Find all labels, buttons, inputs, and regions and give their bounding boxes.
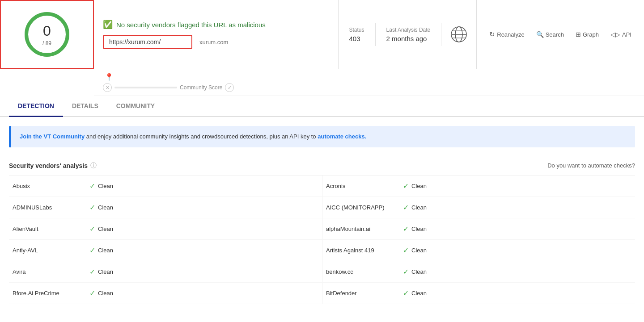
score-box: 0 / 89 xyxy=(0,0,94,69)
search-label: Search xyxy=(546,31,564,38)
check-icon-left: ✓ xyxy=(89,289,95,297)
check-icon-left: ✓ xyxy=(89,182,95,190)
vendor-cell-right: Artists Against 419 ✓ Clean xyxy=(322,240,635,261)
vendor-status-label-left: Clean xyxy=(98,183,113,189)
check-icon-right: ✓ xyxy=(403,289,409,297)
section-title: Security vendors' analysis xyxy=(9,162,88,169)
vendor-status-right: ✓ Clean xyxy=(403,289,427,297)
api-button[interactable]: ◁▷ API xyxy=(605,27,637,42)
vendor-row: Antiy-AVL ✓ Clean Artists Against 419 ✓ … xyxy=(9,240,635,261)
vendor-cell-right: AICC (MONITORAPP) ✓ Clean xyxy=(322,197,635,218)
vendor-status-left: ✓ Clean xyxy=(89,225,113,233)
header-content: ✅ No security vendors flagged this URL a… xyxy=(94,0,338,69)
vendor-name-left: Abusix xyxy=(13,183,84,189)
check-icon-left: ✓ xyxy=(89,268,95,276)
tab-community[interactable]: COMMUNITY xyxy=(107,96,164,117)
section-title-row: Security vendors' analysis ⓘ xyxy=(9,162,97,170)
vendor-name-left: Bfore.Ai PreCrime xyxy=(13,290,84,297)
globe-icon-area[interactable] xyxy=(441,22,476,46)
score-circle: 0 / 89 xyxy=(22,10,72,59)
score-number: 0 xyxy=(42,23,51,39)
community-score-row: ✕ Community Score ✓ xyxy=(103,83,234,96)
reanalyze-label: Reanalyze xyxy=(497,31,524,38)
vendor-status-label-right: Clean xyxy=(411,226,427,232)
vendor-status-right: ✓ Clean xyxy=(403,246,427,255)
vendor-cell-left: Abusix ✓ Clean xyxy=(9,176,322,197)
tab-detection[interactable]: DETECTION xyxy=(9,96,63,117)
check-icon-left: ✓ xyxy=(89,203,95,212)
vendor-table: Abusix ✓ Clean Acronis ✓ Clean ADMINUSLa… xyxy=(9,176,635,304)
reanalyze-button[interactable]: ↻ Reanalyze xyxy=(484,27,530,42)
vendor-status-right: ✓ Clean xyxy=(403,225,427,233)
vendor-status-label-right: Clean xyxy=(411,204,427,211)
domain-text: xurum.com xyxy=(199,39,228,46)
graph-label: Graph xyxy=(583,31,599,38)
check-icon-right: ✓ xyxy=(403,182,409,190)
vendor-cell-left: AlienVault ✓ Clean xyxy=(9,218,322,239)
search-icon: 🔍 xyxy=(536,31,544,38)
graph-button[interactable]: ⊞ Graph xyxy=(570,27,604,42)
vendor-name-left: Avira xyxy=(13,268,84,275)
status-item: Status 403 xyxy=(339,23,376,46)
vendor-row: Abusix ✓ Clean Acronis ✓ Clean xyxy=(9,176,635,197)
automate-link[interactable]: automate checks. xyxy=(318,133,366,140)
score-denominator: / 89 xyxy=(42,40,51,46)
join-vt-link[interactable]: Join the VT Community xyxy=(20,133,85,140)
vendor-status-left: ✓ Clean xyxy=(89,246,113,255)
vendor-status-left: ✓ Clean xyxy=(89,203,113,212)
vendor-status-label-left: Clean xyxy=(98,204,113,211)
action-buttons: ↻ Reanalyze 🔍 Search ⊞ Graph ◁▷ API xyxy=(476,0,644,69)
vendor-cell-left: Avira ✓ Clean xyxy=(9,261,322,282)
vendor-status-right: ✓ Clean xyxy=(403,268,427,276)
info-icon[interactable]: ⓘ xyxy=(90,162,97,170)
status-section: Status 403 Last Analysis Date 2 months a… xyxy=(338,0,477,69)
vendor-name-right: BitDefender xyxy=(326,290,398,297)
vendor-status-left: ✓ Clean xyxy=(89,289,113,297)
reanalyze-icon: ↻ xyxy=(489,30,495,38)
vendor-status-label-left: Clean xyxy=(98,290,113,297)
community-row: 📍 ✕ Community Score ✓ xyxy=(94,69,644,96)
vendor-status-label-left: Clean xyxy=(98,226,113,232)
location-marker: 📍 xyxy=(105,73,114,81)
check-circle-icon: ✅ xyxy=(103,20,113,29)
vendor-row: ADMINUSLabs ✓ Clean AICC (MONITORAPP) ✓ … xyxy=(9,197,635,218)
vendor-status-right: ✓ Clean xyxy=(403,182,427,190)
vendor-status-label-left: Clean xyxy=(98,268,113,275)
check-icon-right: ✓ xyxy=(403,225,409,233)
vendor-name-right: Acronis xyxy=(326,183,398,189)
vendor-status-label-right: Clean xyxy=(411,183,427,189)
location-pin-icon: 📍 xyxy=(105,73,114,81)
vendor-row: Bfore.Ai PreCrime ✓ Clean BitDefender ✓ … xyxy=(9,283,635,304)
vendor-row: AlienVault ✓ Clean alphaMountain.ai ✓ Cl… xyxy=(9,218,635,240)
score-text: 0 / 89 xyxy=(42,23,51,46)
vendor-status-left: ✓ Clean xyxy=(89,268,113,276)
community-score-label: Community Score xyxy=(180,84,222,91)
check-icon-right: ✓ xyxy=(403,203,409,212)
vendor-status-label-right: Clean xyxy=(411,247,427,254)
check-icon-right: ✓ xyxy=(403,268,409,276)
vendor-status-label-right: Clean xyxy=(411,268,427,275)
analysis-label: Last Analysis Date xyxy=(386,27,431,33)
analysis-value: 2 months ago xyxy=(386,35,431,42)
globe-icon xyxy=(450,26,467,43)
url-display[interactable]: https://xurum.com/ xyxy=(103,35,192,49)
safe-text: No security vendors flagged this URL as … xyxy=(116,21,266,29)
api-label: API xyxy=(622,31,631,38)
url-row: https://xurum.com/ xurum.com xyxy=(103,35,329,49)
security-vendors-section: Security vendors' analysis ⓘ Do you want… xyxy=(0,156,644,304)
graph-icon: ⊞ xyxy=(576,31,581,38)
automate-text: Do you want to automate checks? xyxy=(547,162,635,169)
vendor-cell-left: ADMINUSLabs ✓ Clean xyxy=(9,197,322,218)
vendor-name-left: ADMINUSLabs xyxy=(13,204,84,211)
banner-text-1: and enjoy additional community insights … xyxy=(86,133,318,140)
community-banner: Join the VT Community and enjoy addition… xyxy=(9,126,635,147)
vendor-row: Avira ✓ Clean benkow.cc ✓ Clean xyxy=(9,261,635,283)
tab-details[interactable]: DETAILS xyxy=(63,96,107,117)
vendor-cell-left: Bfore.Ai PreCrime ✓ Clean xyxy=(9,283,322,304)
vendor-cell-right: Acronis ✓ Clean xyxy=(322,176,635,197)
vendor-status-left: ✓ Clean xyxy=(89,182,113,190)
main-container: 0 / 89 ✅ No security vendors flagged thi… xyxy=(0,0,644,322)
search-button[interactable]: 🔍 Search xyxy=(531,27,569,42)
score-bar xyxy=(114,87,177,88)
community-score-section: 📍 ✕ Community Score ✓ xyxy=(103,73,635,96)
